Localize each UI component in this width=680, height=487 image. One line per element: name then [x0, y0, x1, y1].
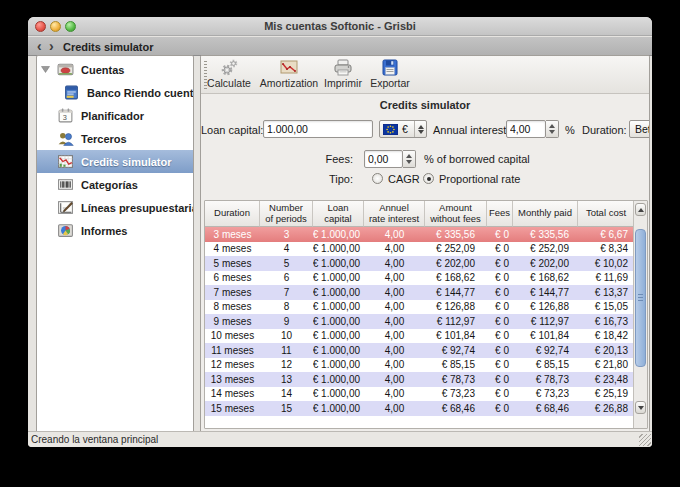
table-row[interactable]: 9 meses 9 € 1.000,00 4,00 € 112,97 € 0 €…: [205, 314, 635, 329]
sidebar-item-label: Informes: [81, 225, 127, 237]
simulator-title: Credits simulator: [201, 99, 649, 111]
sidebar-item-lineas-presupuestarias[interactable]: Líneas presupuestarias: [37, 196, 193, 219]
cell-duration: 11 meses: [205, 343, 260, 358]
annual-interest-spinner[interactable]: [546, 120, 559, 138]
title-bar[interactable]: Mis cuentas Softonic - Grisbi: [28, 17, 652, 36]
cell-loan-capital: € 1.000,00: [313, 358, 364, 373]
cell-monthly-paid: € 202,00: [513, 256, 578, 271]
cell-duration: 3 meses: [205, 227, 260, 242]
cell-annuel-rate-interest: 4,00: [364, 285, 425, 300]
cell-fees: € 0: [487, 372, 513, 387]
cell-duration: 7 meses: [205, 285, 260, 300]
cell-annuel-rate-interest: 4,00: [364, 387, 425, 402]
sidebar-item-credits-simulator[interactable]: Credits simulator: [37, 150, 193, 173]
cell-duration: 13 meses: [205, 372, 260, 387]
table-row[interactable]: 7 meses 7 € 1.000,00 4,00 € 144,77 € 0 €…: [205, 285, 635, 300]
forward-icon[interactable]: ›: [49, 38, 54, 54]
cell-number-of-periods: 3: [260, 227, 313, 242]
table-row[interactable]: 10 meses 10 € 1.000,00 4,00 € 101,84 € 0…: [205, 329, 635, 344]
scroll-up-icon[interactable]: [635, 203, 646, 216]
cell-fees: € 0: [487, 271, 513, 286]
fees-suffix-label: % of borrowed capital: [424, 153, 530, 165]
sidebar-item-informes[interactable]: Informes: [37, 219, 193, 242]
sidebar-item-cuentas[interactable]: Cuentas: [37, 58, 193, 81]
main-panel: Calculate Amortization Imprimir Exportar…: [200, 55, 650, 447]
sidebar-item-categorias[interactable]: Categorías: [37, 173, 193, 196]
cell-amount-without-fees: € 168,62: [425, 271, 487, 286]
cell-fees: € 0: [487, 227, 513, 242]
column-header-duration[interactable]: Duration: [205, 201, 260, 227]
table-row[interactable]: 14 meses 14 € 1.000,00 4,00 € 73,23 € 0 …: [205, 387, 635, 402]
imprimir-button[interactable]: Imprimir: [317, 58, 369, 92]
table-row[interactable]: 11 meses 11 € 1.000,00 4,00 € 92,74 € 0 …: [205, 343, 635, 358]
column-header-fees[interactable]: Fees: [487, 201, 513, 227]
cell-number-of-periods: 12: [260, 358, 313, 373]
column-header-loan-capital[interactable]: Loan capital: [313, 201, 364, 227]
cell-duration: 12 meses: [205, 358, 260, 373]
column-header-monthly-paid[interactable]: Monthly paid: [513, 201, 578, 227]
annual-interest-label: Annual interest:: [433, 124, 495, 136]
cell-monthly-paid: € 78,73: [513, 372, 578, 387]
toolbar-button-label: Imprimir: [317, 77, 369, 89]
table-row[interactable]: 3 meses 3 € 1.000,00 4,00 € 335,56 € 0 €…: [205, 227, 635, 242]
cell-loan-capital: € 1.000,00: [313, 314, 364, 329]
scrollbar-thumb[interactable]: [635, 229, 646, 367]
table-scrollbar[interactable]: [633, 201, 647, 428]
annual-interest-input[interactable]: [506, 120, 546, 138]
column-header-total-cost[interactable]: Total cost: [578, 201, 635, 227]
gears-icon: [218, 58, 240, 77]
table-row[interactable]: 13 meses 13 € 1.000,00 4,00 € 78,73 € 0 …: [205, 372, 635, 387]
exportar-button[interactable]: Exportar: [364, 58, 416, 92]
resize-grip[interactable]: [639, 434, 651, 446]
cell-fees: € 0: [487, 285, 513, 300]
bank-account-icon: [63, 84, 80, 101]
currency-select-arrows-icon[interactable]: [414, 121, 426, 137]
status-bar: Creando la ventana principal: [28, 431, 652, 447]
column-header-number-of-periods[interactable]: Number of periods: [260, 201, 313, 227]
cell-total-cost: € 11,69: [578, 271, 635, 286]
sidebar-item-label: Líneas presupuestarias: [81, 202, 194, 214]
table-row[interactable]: 5 meses 5 € 1.000,00 4,00 € 202,00 € 0 €…: [205, 256, 635, 271]
proportional-rate-radio-label[interactable]: Proportional rate: [439, 173, 520, 185]
cell-monthly-paid: € 101,84: [513, 329, 578, 344]
sidebar-item-banco-riendo-cuenta[interactable]: Banco Riendo cuenta: [37, 81, 193, 104]
table-row[interactable]: 15 meses 15 € 1.000,00 4,00 € 68,46 € 0 …: [205, 401, 635, 416]
cell-number-of-periods: 4: [260, 242, 313, 257]
cell-amount-without-fees: € 202,00: [425, 256, 487, 271]
cell-number-of-periods: 11: [260, 343, 313, 358]
duration-select[interactable]: Betw: [629, 120, 650, 138]
table-row[interactable]: 12 meses 12 € 1.000,00 4,00 € 85,15 € 0 …: [205, 358, 635, 373]
cell-loan-capital: € 1.000,00: [313, 227, 364, 242]
fees-spinner[interactable]: [403, 150, 416, 168]
cell-annuel-rate-interest: 4,00: [364, 329, 425, 344]
table-row[interactable]: 6 meses 6 € 1.000,00 4,00 € 168,62 € 0 €…: [205, 271, 635, 286]
calculate-button[interactable]: Calculate: [201, 58, 257, 92]
amortization-button[interactable]: Amortization: [254, 58, 324, 92]
cell-number-of-periods: 14: [260, 387, 313, 402]
table-row[interactable]: 8 meses 8 € 1.000,00 4,00 € 126,88 € 0 €…: [205, 300, 635, 315]
sidebar-item-terceros[interactable]: Terceros: [37, 127, 193, 150]
cell-annuel-rate-interest: 4,00: [364, 242, 425, 257]
cell-annuel-rate-interest: 4,00: [364, 271, 425, 286]
scroll-down-icon[interactable]: [635, 401, 646, 414]
cagr-radio[interactable]: [372, 173, 383, 184]
back-icon[interactable]: ‹: [37, 38, 42, 54]
fees-input[interactable]: [364, 150, 403, 168]
column-header-amount-without-fees[interactable]: Amount without fees: [425, 201, 487, 227]
reports-icon: [57, 222, 74, 239]
disclosure-triangle-icon[interactable]: [41, 66, 50, 73]
cell-monthly-paid: € 85,15: [513, 358, 578, 373]
cell-fees: € 0: [487, 300, 513, 315]
cell-annuel-rate-interest: 4,00: [364, 300, 425, 315]
sidebar-item-label: Banco Riendo cuenta: [87, 87, 194, 99]
cell-duration: 6 meses: [205, 271, 260, 286]
proportional-rate-radio[interactable]: [423, 173, 434, 184]
loan-capital-input[interactable]: [263, 120, 373, 138]
sidebar-item-planificador[interactable]: 3 Planificador: [37, 104, 193, 127]
cagr-radio-label[interactable]: CAGR: [388, 173, 420, 185]
currency-select[interactable]: €: [379, 120, 427, 138]
column-header-annuel-rate-interest[interactable]: Annuel rate interest: [364, 201, 425, 227]
cell-duration: 14 meses: [205, 387, 260, 402]
table-row[interactable]: 4 meses 4 € 1.000,00 4,00 € 252,09 € 0 €…: [205, 242, 635, 257]
cell-monthly-paid: € 252,09: [513, 242, 578, 257]
